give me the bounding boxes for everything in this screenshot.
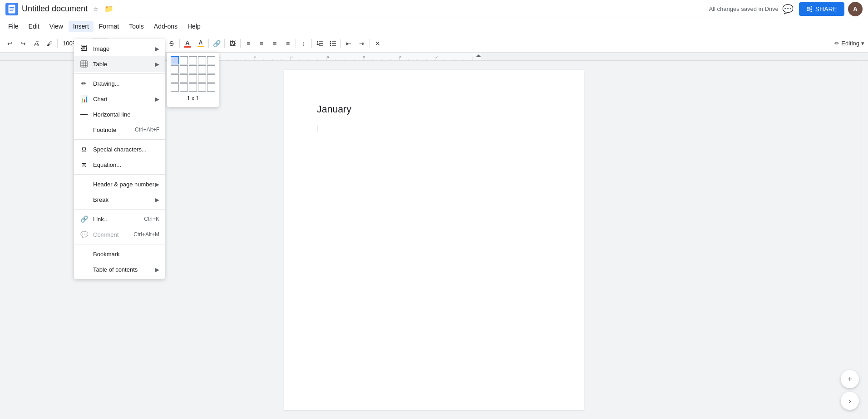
menu-tools[interactable]: Tools [124,21,148,32]
menu-item-horizontal-line[interactable]: — Horizontal line [74,107,165,122]
share-label: SHARE [815,5,837,13]
svg-line-12 [808,10,811,11]
menu-file[interactable]: File [4,21,23,32]
sep10 [340,39,341,48]
table-cell-1-5[interactable] [207,56,215,64]
table-cell-4-3[interactable] [189,83,197,92]
svg-text:4: 4 [327,55,329,59]
table-cell-1-4[interactable] [198,56,206,64]
star-icon[interactable]: ☆ [93,5,99,13]
line-spacing-button[interactable]: ↕ [297,37,310,50]
table-arrow-icon: ▶ [155,61,159,68]
document-cursor-line[interactable] [317,124,551,133]
table-cell-4-1[interactable] [171,83,179,92]
decrease-indent-button[interactable]: ⇤ [342,37,355,50]
table-cell-4-5[interactable] [207,83,215,92]
menu-item-drawing[interactable]: ✏ Drawing... [74,76,165,91]
table-cell-3-3[interactable] [189,74,197,83]
text-color-swatch: A [184,39,191,48]
align-left-button[interactable]: ≡ [242,37,255,50]
table-cell-2-2[interactable] [180,65,188,73]
header-page-arrow-icon: ▶ [155,181,159,188]
share-button[interactable]: SHARE [799,2,844,16]
menu-format[interactable]: Format [94,21,123,32]
menu-item-link[interactable]: 🔗 Link... Ctrl+K [74,211,165,227]
menu-item-table[interactable]: Table ▶ [74,56,165,72]
horizontal-line-label: Horizontal line [93,111,159,118]
insert-menu: 🖼 Image ▶ Table ▶ ✏ Drawing... 📊 Chart ▶… [74,39,165,279]
sep9 [311,39,312,48]
menu-item-bookmark[interactable]: Bookmark [74,246,165,262]
sep6 [224,39,225,48]
menu-addons[interactable]: Add-ons [149,21,182,32]
menu-item-footnote[interactable]: Footnote Ctrl+Alt+F [74,122,165,137]
header-page-icon [79,180,89,189]
table-cell-3-2[interactable] [180,74,188,83]
comment-shortcut: Ctrl+Alt+M [133,231,159,238]
clear-formatting-button[interactable]: ✕ [371,37,384,50]
footnote-label: Footnote [93,127,128,133]
collapse-sidebar-button[interactable]: › [841,392,859,410]
table-cell-2-1[interactable] [171,65,179,73]
svg-rect-62 [481,53,868,61]
document-content[interactable]: January [317,102,551,133]
table-cell-4-2[interactable] [180,83,188,92]
menu-item-equation[interactable]: π Equation... [74,157,165,172]
footnote-shortcut: Ctrl+Alt+F [135,127,159,133]
editing-indicator[interactable]: ✏ Editing ▾ [834,40,864,47]
document-title[interactable]: Untitled document [22,4,88,14]
redo-button[interactable]: ↪ [17,37,30,50]
comment-icon[interactable]: 💬 [782,4,794,15]
image-button[interactable]: 🖼 [226,37,239,50]
menu-help[interactable]: Help [183,21,205,32]
undo-button[interactable]: ↩ [4,37,16,50]
table-cell-3-4[interactable] [198,74,206,83]
sep5 [208,39,209,48]
image-arrow-icon: ▶ [155,45,159,52]
folder-icon[interactable]: 📁 [104,5,113,13]
table-cell-2-4[interactable] [198,65,206,73]
table-cell-2-5[interactable] [207,65,215,73]
menu-item-break[interactable]: Break ▶ [74,192,165,207]
highlight-color-button[interactable]: A [194,37,207,50]
text-color-button[interactable]: A [181,37,194,50]
align-right-button[interactable]: ≡ [268,37,281,50]
link-shortcut: Ctrl+K [144,216,159,222]
strikethrough-button[interactable]: S [165,37,178,50]
menu-item-special-chars[interactable]: Ω Special characters... [74,141,165,157]
explore-fab-button[interactable]: + [841,370,859,388]
menu-item-chart[interactable]: 📊 Chart ▶ [74,91,165,107]
unordered-list-button[interactable] [326,37,339,50]
avatar[interactable]: A [848,2,863,16]
menu-item-toc[interactable]: Table of contents ▶ [74,262,165,277]
align-justify-button[interactable]: ≡ [281,37,294,50]
print-button[interactable]: 🖨 [30,37,43,50]
menu-edit[interactable]: Edit [24,21,44,32]
menu-view[interactable]: View [45,21,68,32]
toc-arrow-icon: ▶ [155,266,159,273]
document-heading[interactable]: January [317,102,551,117]
ordered-list-button[interactable]: 1. [313,37,326,50]
increase-indent-button[interactable]: ⇥ [355,37,368,50]
table-cell-3-1[interactable] [171,74,179,83]
table-grid[interactable] [171,56,215,92]
svg-text:7: 7 [436,55,438,59]
paint-format-button[interactable]: 🖌 [43,37,56,50]
table-cell-1-1[interactable] [171,56,179,64]
table-cell-1-2[interactable] [180,56,188,64]
svg-rect-65 [81,61,87,67]
menu-item-image[interactable]: 🖼 Image ▶ [74,41,165,56]
menu-item-comment[interactable]: 💬 Comment Ctrl+Alt+M [74,227,165,242]
link-button[interactable]: 🔗 [210,37,223,50]
align-center-button[interactable]: ≡ [255,37,268,50]
menu-item-header-page[interactable]: Header & page number ▶ [74,176,165,192]
menu-insert[interactable]: Insert [69,21,94,32]
table-cell-1-3[interactable] [189,56,197,64]
table-size-label: 1 x 1 [171,93,215,103]
document-page[interactable]: January [284,70,584,410]
table-cell-3-5[interactable] [207,74,215,83]
divider1 [74,73,165,74]
insert-dropdown-menu: 🖼 Image ▶ Table ▶ ✏ Drawing... 📊 Chart ▶… [74,39,165,279]
table-cell-4-4[interactable] [198,83,206,92]
table-cell-2-3[interactable] [189,65,197,73]
